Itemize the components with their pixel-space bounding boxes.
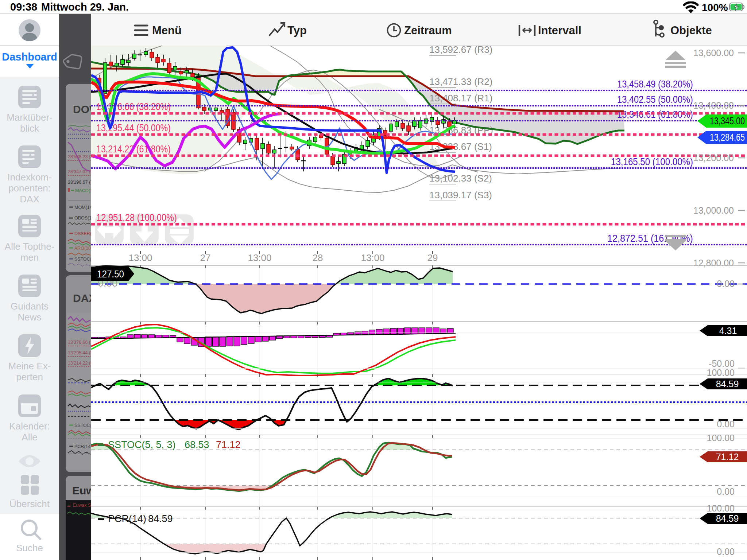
svg-text:13:00: 13:00 [128, 252, 152, 263]
svg-text:Euwax Se: Euwax Se [73, 503, 91, 508]
svg-text:DOW: DOW [73, 103, 91, 115]
svg-text:Euw: Euw [72, 485, 91, 497]
svg-text:13,402.55 (50.00%): 13,402.55 (50.00%) [617, 94, 693, 105]
svg-text:PCR(14): PCR(14) [108, 513, 146, 524]
svg-text:0.00: 0.00 [717, 486, 735, 497]
svg-text:28'196.67 (P: 28'196.67 (P [68, 180, 91, 185]
svg-text:100.00: 100.00 [707, 503, 735, 513]
svg-text:Zeitraum: Zeitraum [404, 24, 452, 37]
svg-text:12,800.00: 12,800.00 [693, 258, 734, 268]
svg-text:SSTOC(5: SSTOC(5 [74, 257, 91, 262]
svg-text:DSSBR(2: DSSBR(2 [74, 231, 91, 236]
svg-text:MOM(14): MOM(14) [74, 205, 91, 210]
svg-text:13,039.17 (S3): 13,039.17 (S3) [429, 190, 492, 201]
svg-text:68.53: 68.53 [185, 439, 209, 450]
svg-text:13,600.00: 13,600.00 [693, 48, 734, 58]
svg-text:13,345.00: 13,345.00 [710, 116, 745, 127]
svg-text:100%: 100% [702, 2, 728, 13]
svg-text:4.31: 4.31 [719, 326, 737, 336]
svg-text:27: 27 [200, 252, 211, 263]
svg-text:DAX: DAX [73, 292, 91, 304]
svg-text:13,000.00: 13,000.00 [693, 205, 734, 215]
svg-text:-50.00: -50.00 [709, 358, 735, 369]
svg-text:13'295.44 (5: 13'295.44 (5 [68, 350, 91, 355]
svg-text:Intervall: Intervall [538, 24, 581, 37]
svg-text:0.00: 0.00 [717, 279, 735, 289]
svg-text:13'376.66 (3: 13'376.66 (3 [68, 340, 91, 345]
svg-text:28'347.02 (50: 28'347.02 (50 [68, 169, 91, 174]
svg-text:13,165.50 (100.00%): 13,165.50 (100.00%) [611, 156, 693, 167]
svg-text:OBOS(14: OBOS(14 [74, 215, 91, 221]
svg-text:SSTOC(: SSTOC( [74, 423, 91, 428]
svg-text:13:00: 13:00 [361, 252, 384, 263]
svg-text:28'588.23 (38: 28'588.23 (38 [68, 154, 91, 159]
svg-text:13'214.22 (6: 13'214.22 (6 [68, 361, 91, 366]
svg-text:13,200.00: 13,200.00 [693, 153, 734, 163]
svg-text:13,102.33 (S2): 13,102.33 (S2) [429, 173, 492, 184]
svg-text:71.12: 71.12 [216, 439, 241, 450]
svg-text:127.50: 127.50 [97, 268, 124, 280]
svg-text:13,376.66 (38.20%): 13,376.66 (38.20%) [96, 101, 171, 112]
svg-text:84.59: 84.59 [716, 513, 739, 524]
svg-text:29: 29 [427, 252, 438, 263]
svg-text:13,284.65: 13,284.65 [710, 132, 745, 143]
svg-text:Objekte: Objekte [670, 24, 712, 37]
svg-text:Menü: Menü [152, 24, 182, 37]
svg-text:13,458.49 (38.20%): 13,458.49 (38.20%) [617, 79, 693, 90]
svg-text:0.00: 0.00 [717, 419, 735, 429]
svg-text:PCR(14): PCR(14) [74, 444, 91, 449]
svg-text:MACD(12: MACD(12 [75, 188, 91, 193]
svg-text:0.00: 0.00 [717, 547, 735, 557]
svg-text:12,951.28 (100.00%): 12,951.28 (100.00%) [96, 212, 177, 223]
svg-text:Typ: Typ [287, 24, 307, 37]
svg-text:☰: ☰ [67, 503, 71, 508]
svg-text:84.59: 84.59 [716, 379, 739, 389]
svg-text:28: 28 [313, 252, 323, 263]
svg-text:SSTOC(5, 5, 3): SSTOC(5, 5, 3) [108, 439, 176, 450]
svg-text:100.00: 100.00 [707, 433, 735, 443]
svg-text:71.12: 71.12 [716, 452, 739, 462]
svg-text:100.00: 100.00 [707, 368, 735, 378]
svg-text:13,400.00: 13,400.00 [693, 100, 734, 110]
svg-text:84.59: 84.59 [148, 513, 173, 524]
svg-text:13,471.33 (R2): 13,471.33 (R2) [429, 76, 492, 87]
svg-text:13,592.67 (R3): 13,592.67 (R3) [429, 46, 492, 55]
svg-text:ARO(10): ARO(10) [74, 246, 91, 251]
svg-text:13:00: 13:00 [248, 252, 271, 263]
